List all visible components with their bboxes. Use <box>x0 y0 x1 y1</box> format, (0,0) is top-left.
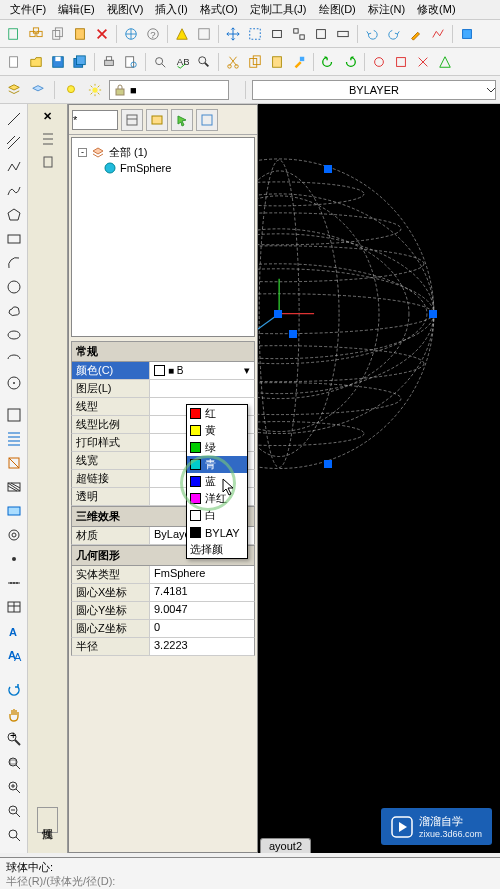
xline-tool[interactable] <box>3 132 25 154</box>
prop-cz-value[interactable]: 0 <box>150 620 254 637</box>
prop-radius-value[interactable]: 3.2223 <box>150 638 254 655</box>
rect3-button[interactable] <box>333 24 353 44</box>
chevron-down-icon[interactable]: ▾ <box>244 364 250 377</box>
tree-root-row[interactable]: - 全部 (1) <box>78 144 248 161</box>
region-tool[interactable] <box>3 524 25 546</box>
snap2-button[interactable] <box>391 52 411 72</box>
mtext-tool[interactable]: A <box>3 620 25 642</box>
spellcheck-button[interactable]: ABC <box>172 52 192 72</box>
warning-icon[interactable] <box>172 24 192 44</box>
help-button[interactable]: ? <box>143 24 163 44</box>
color-option-黄[interactable]: 黄 <box>187 422 247 439</box>
menu-view[interactable]: 视图(V) <box>101 0 150 19</box>
line-tool[interactable] <box>3 108 25 130</box>
hatch-tool[interactable] <box>3 428 25 450</box>
grip-top[interactable] <box>324 165 332 173</box>
zoom-window-tool[interactable] <box>3 752 25 774</box>
prop-plotstyle-label[interactable]: 打印样式 <box>72 434 150 451</box>
select-objects-button[interactable] <box>171 109 193 131</box>
prop-lineweight-label[interactable]: 线宽 <box>72 452 150 469</box>
divide-tool[interactable] <box>3 572 25 594</box>
prop-color-value[interactable]: ■ B▾ <box>150 362 254 379</box>
brush-button[interactable] <box>406 24 426 44</box>
text-tool[interactable]: AA <box>3 644 25 666</box>
prop-linetype-label[interactable]: 线型 <box>72 398 150 415</box>
color-option-绿[interactable]: 绿 <box>187 439 247 456</box>
prop-cx-value[interactable]: 7.4181 <box>150 584 254 601</box>
boundary-tool[interactable] <box>3 500 25 522</box>
pin-panel-button[interactable] <box>40 155 56 171</box>
point-tool[interactable] <box>3 548 25 570</box>
pline-tool[interactable] <box>3 156 25 178</box>
gradient-tool[interactable] <box>3 476 25 498</box>
paste-button[interactable] <box>70 24 90 44</box>
color-option-青[interactable]: 青 <box>187 456 247 473</box>
prop-hyperlink-label[interactable]: 超链接 <box>72 470 150 487</box>
block-button[interactable] <box>457 24 477 44</box>
color-option-红[interactable]: 红 <box>187 405 247 422</box>
paste2-button[interactable] <box>267 52 287 72</box>
findtext-button[interactable] <box>194 52 214 72</box>
ellipse-tool[interactable] <box>3 324 25 346</box>
snap1-button[interactable] <box>369 52 389 72</box>
quick-select-button[interactable] <box>146 109 168 131</box>
snap3-button[interactable] <box>413 52 433 72</box>
snap4-button[interactable] <box>435 52 455 72</box>
menu-draw[interactable]: 绘图(D) <box>313 0 362 19</box>
rect-button[interactable] <box>267 24 287 44</box>
close-panel-button[interactable]: ✕ <box>43 110 52 123</box>
new-button[interactable] <box>4 52 24 72</box>
prop-ltscale-label[interactable]: 线型比例 <box>72 416 150 433</box>
menu-custom[interactable]: 定制工具(J) <box>244 0 313 19</box>
rectangle-tool[interactable] <box>3 228 25 250</box>
delete-button[interactable] <box>92 24 112 44</box>
color-option-洋红[interactable]: 洋红 <box>187 490 247 507</box>
menu-modify[interactable]: 修改(M) <box>411 0 462 19</box>
menu-file[interactable]: 文件(F) <box>4 0 52 19</box>
grip-center[interactable] <box>274 310 282 318</box>
menu-format[interactable]: 格式(O) <box>194 0 244 19</box>
color-option-选择颜[interactable]: 选择颜 <box>187 541 247 558</box>
prop-material-label[interactable]: 材质 <box>72 527 150 544</box>
redo2-button[interactable] <box>340 52 360 72</box>
bulb-icon[interactable] <box>61 80 81 100</box>
table-tool[interactable] <box>3 596 25 618</box>
properties-tab[interactable]: 属性 <box>37 807 58 833</box>
layer-manager-button[interactable] <box>4 80 24 100</box>
command-line[interactable]: 球体中心: 半径(R)/(球体光/径(D): <box>0 857 500 889</box>
refresh-tool[interactable] <box>3 680 25 702</box>
grip-bottom[interactable] <box>324 460 332 468</box>
linetype-dropdown[interactable]: BYLAYER <box>252 80 496 100</box>
find-button[interactable] <box>150 52 170 72</box>
cut-button[interactable] <box>223 52 243 72</box>
copy-nested-button[interactable] <box>26 24 46 44</box>
qnew-button[interactable] <box>4 24 24 44</box>
saveall-button[interactable] <box>70 52 90 72</box>
rect2-button[interactable] <box>311 24 331 44</box>
donut-tool[interactable] <box>3 372 25 394</box>
revcloud-tool[interactable] <box>3 300 25 322</box>
select-button[interactable] <box>245 24 265 44</box>
prop-color-label[interactable]: 颜色(C) <box>72 362 150 379</box>
undo2-button[interactable] <box>318 52 338 72</box>
properties-button[interactable] <box>194 24 214 44</box>
redo-button[interactable] <box>384 24 404 44</box>
copy-button[interactable] <box>48 24 68 44</box>
zoom-in-tool[interactable] <box>3 776 25 798</box>
polyline-icon[interactable] <box>428 24 448 44</box>
menu-annotate[interactable]: 标注(N) <box>362 0 411 19</box>
prop-transparency-label[interactable]: 透明 <box>72 488 150 505</box>
color-option-蓝[interactable]: 蓝 <box>187 473 247 490</box>
color-option-BYLAY[interactable]: BYLAY <box>187 524 247 541</box>
menu-insert[interactable]: 插入(I) <box>149 0 193 19</box>
menu-edit[interactable]: 编辑(E) <box>52 0 101 19</box>
section-general[interactable]: 常规 <box>71 341 255 362</box>
color-dropdown[interactable]: 红黄绿青蓝洋红白BYLAY选择颜 <box>186 404 248 559</box>
zoom-out-tool[interactable] <box>3 800 25 822</box>
print-preview-button[interactable] <box>121 52 141 72</box>
zoom-extents-tool[interactable] <box>3 824 25 846</box>
pickadd-button[interactable] <box>196 109 218 131</box>
selection-tree[interactable]: - 全部 (1) FmSphere <box>71 137 255 337</box>
arc-tool[interactable] <box>3 252 25 274</box>
insert-block-tool[interactable] <box>3 404 25 426</box>
